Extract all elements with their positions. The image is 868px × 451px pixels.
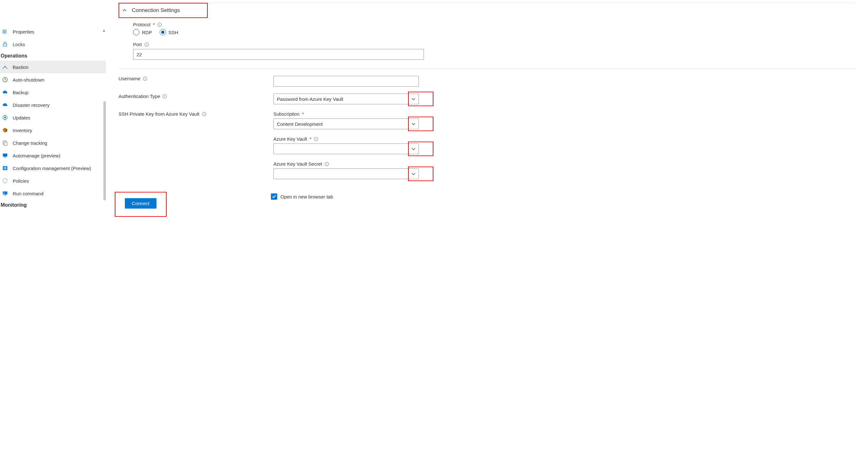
svg-rect-9 [4,142,7,146]
auth-type-select[interactable] [273,94,419,104]
sidebar-item-change-tracking[interactable]: Change tracking [0,136,106,149]
info-icon[interactable]: i [202,112,207,116]
subscription-select[interactable] [273,119,419,129]
svg-line-5 [4,66,7,69]
list-icon [2,165,8,171]
ssh-kv-label: SSH Private Key from Azure Key Vault i [119,111,264,117]
clock-icon [2,76,8,83]
subscription-label: Subscription * [273,111,419,117]
port-label-text: Port [133,42,142,47]
svg-rect-3 [3,44,7,46]
sidebar-item-label: Automanage (preview) [13,153,60,158]
sidebar-section-monitoring: Monitoring [0,200,106,210]
sidebar-item-inventory[interactable]: Inventory [0,124,106,136]
sidebar: ▲ Properties Locks Operations [0,0,106,451]
sidebar-item-label: Policies [13,178,29,184]
info-icon[interactable]: i [162,94,167,99]
required-star: * [153,22,155,27]
protocol-radio-rdp[interactable]: RDP [133,29,152,35]
highlight-box [408,167,433,181]
checkbox-checked-icon [271,193,277,200]
sidebar-item-label: Configuration management (Preview) [13,166,91,171]
bastion-icon [2,64,8,70]
protocol-radio-ssh-label: SSH [168,30,178,35]
svg-rect-10 [3,154,7,157]
required-star: * [309,136,311,141]
sidebar-item-label: Run command [13,191,43,196]
sidebar-item-policies[interactable]: Policies [0,174,106,187]
sidebar-item-disaster-recovery[interactable]: Disaster recovery [0,99,106,111]
main-panel: Connection Settings Protocol * i RDP SSH [106,0,868,451]
info-icon[interactable]: i [324,162,329,166]
highlight-box [408,141,433,156]
sidebar-item-label: Locks [13,42,25,47]
svg-rect-11 [4,157,6,158]
auth-type-label: Authentication Type i [119,94,264,99]
info-icon[interactable]: i [157,23,162,27]
sidebar-item-run-command[interactable]: Run command [0,187,106,200]
svg-point-7 [4,117,6,118]
akv-select[interactable] [273,143,419,154]
svg-text:i: i [145,77,146,80]
sidebar-item-locks[interactable]: Locks [0,38,106,51]
sidebar-item-automanage[interactable]: Automanage (preview) [0,149,106,162]
protocol-radio-ssh[interactable]: SSH [160,29,178,35]
auth-type-label-text: Authentication Type [119,94,160,99]
properties-icon [2,28,8,35]
settings-body: Protocol * i RDP SSH Port i [133,22,424,60]
akv-label: Azure Key Vault * i [273,136,419,141]
username-input[interactable] [273,76,419,87]
secret-label-text: Azure Key Vault Secret [273,161,322,167]
secret-select[interactable] [273,168,419,179]
akv-field: Azure Key Vault * i [273,136,419,154]
gear-icon [2,115,8,121]
document-copy-icon [2,140,8,146]
svg-text:i: i [164,95,165,98]
footer-row: Connect Open in new browser tab [119,192,855,217]
auth-form: Username i Authentication Type i [119,76,855,179]
cloud-icon [2,89,8,95]
sidebar-item-label: Bastion [13,64,28,70]
subscription-label-text: Subscription [273,111,300,117]
sidebar-item-updates[interactable]: Updates [0,111,106,124]
app-root: ▲ Properties Locks Operations [0,0,868,451]
cloud-icon [2,102,8,108]
sidebar-settings-group: Properties Locks [0,25,106,51]
svg-rect-17 [4,195,6,196]
connection-settings-toggle[interactable]: Connection Settings [119,3,208,18]
open-new-tab-label: Open in new browser tab [280,194,333,199]
sidebar-item-properties[interactable]: Properties [0,25,106,38]
sidebar-item-label: Updates [13,115,30,121]
secret-field: Azure Key Vault Secret i [273,161,419,179]
sidebar-item-auto-shutdown[interactable]: Auto-shutdown [0,73,106,86]
sidebar-item-config-mgmt[interactable]: Configuration management (Preview) [0,162,106,174]
username-label: Username i [119,76,264,81]
port-input[interactable] [133,49,424,60]
sidebar-item-bastion[interactable]: Bastion [0,61,106,73]
connect-button[interactable]: Connect [125,198,156,208]
sidebar-item-label: Auto-shutdown [13,77,44,83]
svg-text:i: i [204,112,205,116]
section-divider [119,69,855,69]
info-icon[interactable]: i [145,42,149,47]
required-star: * [302,111,304,117]
highlight-box [408,92,433,106]
connect-highlight: Connect [115,192,166,217]
sidebar-item-backup[interactable]: Backup [0,86,106,99]
chevron-up-icon [122,8,127,13]
open-new-tab-checkbox[interactable]: Open in new browser tab [271,193,333,200]
scrollbar-track[interactable] [103,28,106,199]
ssh-kv-label-text: SSH Private Key from Azure Key Vault [119,111,199,117]
sidebar-section-operations: Operations [0,51,106,61]
shield-icon [2,178,8,184]
scrollbar-thumb[interactable] [103,101,106,200]
info-icon[interactable]: i [143,76,147,81]
connection-settings-title: Connection Settings [132,7,180,13]
akv-label-text: Azure Key Vault [273,136,307,141]
info-icon[interactable]: i [314,137,318,141]
lock-icon [2,41,8,47]
sidebar-item-label: Change tracking [13,140,47,146]
svg-text:i: i [316,137,316,141]
sidebar-item-label: Disaster recovery [13,102,50,108]
sidebar-item-label: Inventory [13,128,32,133]
